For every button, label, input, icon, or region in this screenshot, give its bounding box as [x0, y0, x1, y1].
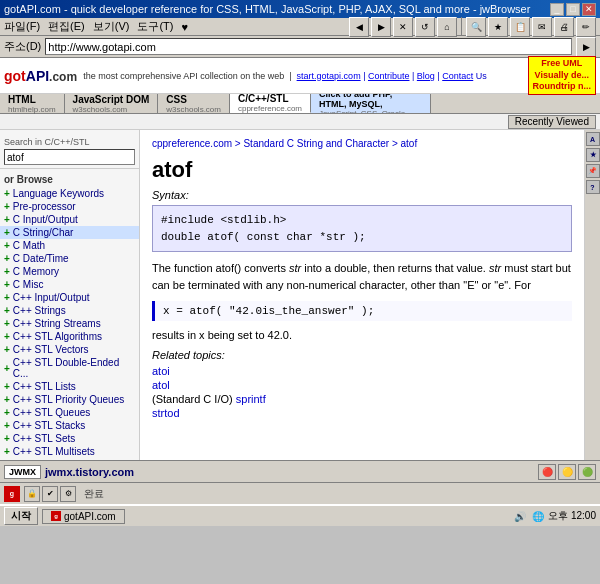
start-link[interactable]: start.gotapi.com [297, 71, 361, 81]
breadcrumb-sep2: > [392, 138, 401, 149]
tray-icon-1: 🔊 [512, 508, 528, 524]
tab-html[interactable]: HTML htmlhelp.com [0, 94, 65, 113]
forward-button[interactable]: ▶ [371, 17, 391, 37]
rs-icon-3[interactable]: 📌 [586, 164, 600, 178]
tray-icon-2: 🌐 [530, 508, 546, 524]
sidebar-item-misc[interactable]: + C Misc [0, 278, 139, 291]
sidebar-item-cpp-deque[interactable]: + C++ STL Double-Ended C... [0, 356, 139, 380]
browse-label: or Browse [0, 172, 139, 187]
address-input[interactable] [45, 38, 572, 55]
go-button[interactable]: ▶ [576, 37, 596, 57]
back-button[interactable]: ◀ [349, 17, 369, 37]
toolbar-separator [461, 17, 462, 35]
contact-link[interactable]: Contact [442, 71, 473, 81]
menu-tools[interactable]: 도구(T) [137, 19, 173, 34]
expand-icon: + [4, 344, 10, 355]
sidebar-item-cpp-algorithms[interactable]: + C++ STL Algorithms [0, 330, 139, 343]
stop-button[interactable]: ✕ [393, 17, 413, 37]
related-label: Related topics: [152, 349, 572, 361]
search-button[interactable]: 🔍 [466, 17, 486, 37]
expand-icon: + [4, 214, 10, 225]
expand-icon: + [4, 420, 10, 431]
sidebar-item-cpp-strings[interactable]: + C++ Strings [0, 304, 139, 317]
recently-viewed-button[interactable]: Recently Viewed [508, 115, 596, 129]
logo-com: .com [49, 70, 77, 84]
sidebar-item-cpp-multisets[interactable]: + C++ STL Multisets [0, 445, 139, 458]
rs-icon-4[interactable]: ? [586, 180, 600, 194]
page-title: atof [152, 157, 572, 183]
history-button[interactable]: 📋 [510, 17, 530, 37]
expand-icon: + [4, 292, 10, 303]
sidebar-item-cpp-queues[interactable]: + C++ STL Queues [0, 406, 139, 419]
favorites-button[interactable]: ★ [488, 17, 508, 37]
menu-favorites[interactable]: ♥ [181, 21, 188, 33]
expand-icon: + [4, 363, 10, 374]
rs-icon-2[interactable]: ★ [586, 148, 600, 162]
jwmx-icon-3[interactable]: 🟢 [578, 464, 596, 480]
maximize-button[interactable]: □ [566, 3, 580, 16]
related-stdio-line: (Standard C I/O) sprintf [152, 393, 572, 405]
related-sprintf[interactable]: sprintf [236, 393, 266, 405]
jwmx-bar: JWMX jwmx.tistory.com 🔴 🟡 🟢 [0, 460, 600, 482]
sidebar-item-cpp-maps[interactable]: + C++ STL Maps [0, 458, 139, 460]
sidebar-item-cpp-sets[interactable]: + C++ STL Sets [0, 432, 139, 445]
sidebar-item-cpp-io[interactable]: + C++ Input/Output [0, 291, 139, 304]
edit-button[interactable]: ✏ [576, 17, 596, 37]
breadcrumb-root[interactable]: cppreference.com [152, 138, 232, 149]
home-button[interactable]: ⌂ [437, 17, 457, 37]
expand-icon: + [4, 318, 10, 329]
sidebar-item-datetime[interactable]: + C Date/Time [0, 252, 139, 265]
sidebar-item-memory[interactable]: + C Memory [0, 265, 139, 278]
jwmx-icon-2[interactable]: 🟡 [558, 464, 576, 480]
print-button[interactable]: 🖨 [554, 17, 574, 37]
refresh-button[interactable]: ↺ [415, 17, 435, 37]
sidebar-item-cpp-stacks[interactable]: + C++ STL Stacks [0, 419, 139, 432]
expand-icon: + [4, 240, 10, 251]
blog-link[interactable]: Blog [417, 71, 435, 81]
syntax-label: Syntax: [152, 189, 572, 201]
taskbar-browser[interactable]: g gotAPI.com [42, 509, 125, 524]
rs-icon-1[interactable]: A [586, 132, 600, 146]
free-uml-ad[interactable]: Free UML Visually de... Roundtrip n... [528, 56, 597, 95]
breadcrumb-parent[interactable]: Standard C String and Character [243, 138, 389, 149]
tab-cpp[interactable]: C/C++/STL cppreference.com [230, 94, 311, 113]
sidebar-item-cpp-lists[interactable]: + C++ STL Lists [0, 380, 139, 393]
sidebar-item-cpp-priority-queues[interactable]: + C++ STL Priority Queues [0, 393, 139, 406]
minimize-button[interactable]: _ [550, 3, 564, 16]
sidebar-item-string-char[interactable]: + C String/Char [0, 226, 139, 239]
status-icons: 🔒 ✔ ⚙ [24, 486, 76, 502]
address-label: 주소(D) [4, 39, 41, 54]
breadcrumb-current[interactable]: atof [401, 138, 418, 149]
sidebar-item-preprocessor[interactable]: + Pre-processor [0, 200, 139, 213]
menu-file[interactable]: 파일(F) [4, 19, 40, 34]
jwmx-site[interactable]: jwmx.tistory.com [45, 466, 134, 478]
sidebar-item-cpp-stringstreams[interactable]: + C++ String Streams [0, 317, 139, 330]
main-area: Search in C/C++/STL or Browse + Language… [0, 130, 600, 460]
related-atol[interactable]: atol [152, 379, 572, 391]
status-icon-3: ⚙ [60, 486, 76, 502]
status-favicon: g [4, 486, 20, 502]
expand-icon: + [4, 331, 10, 342]
contribute-link[interactable]: Contribute [368, 71, 410, 81]
logo-api: API [26, 68, 49, 84]
sidebar-item-language[interactable]: + Language Keywords [0, 187, 139, 200]
related-strtod[interactable]: strtod [152, 407, 572, 419]
status-icon-1: 🔒 [24, 486, 40, 502]
tab-add[interactable]: Click to add PHP, HTML, MySQL, JavaScrip… [311, 94, 431, 113]
sidebar-item-input-output[interactable]: + C Input/Output [0, 213, 139, 226]
jwmx-icon-1[interactable]: 🔴 [538, 464, 556, 480]
code-box: #include <stdlib.h> double atof( const c… [152, 205, 572, 252]
expand-icon: + [4, 253, 10, 264]
sidebar-item-math[interactable]: + C Math [0, 239, 139, 252]
recently-viewed-bar: Recently Viewed [0, 114, 600, 130]
tab-css[interactable]: CSS w3schools.com [158, 94, 230, 113]
sidebar-item-cpp-vectors[interactable]: + C++ STL Vectors [0, 343, 139, 356]
start-button[interactable]: 시작 [4, 507, 38, 525]
mail-button[interactable]: ✉ [532, 17, 552, 37]
menu-edit[interactable]: 편집(E) [48, 19, 85, 34]
menu-view[interactable]: 보기(V) [93, 19, 130, 34]
search-input[interactable] [4, 149, 135, 165]
tab-javascript[interactable]: JavaScript DOM w3schools.com [65, 94, 159, 113]
related-atoi[interactable]: atoi [152, 365, 572, 377]
close-button[interactable]: ✕ [582, 3, 596, 16]
